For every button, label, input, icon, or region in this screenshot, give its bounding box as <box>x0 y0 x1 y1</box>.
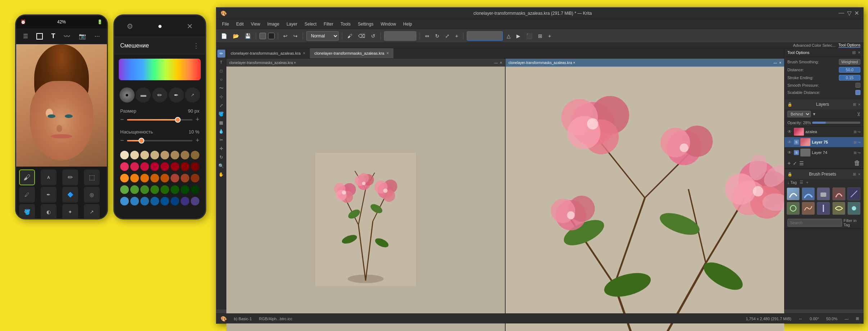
tool-options-tab[interactable]: Tool Options <box>838 43 860 48</box>
swatch-g5[interactable] <box>161 185 169 194</box>
layers-close-icon[interactable]: × <box>858 102 860 107</box>
brush-type-spray[interactable]: ↗ <box>185 87 200 103</box>
swatch-6[interactable] <box>171 151 179 159</box>
tool-freehand[interactable]: 〜 <box>217 84 225 92</box>
phone1-tool-text[interactable]: T <box>51 32 55 40</box>
preset-5[interactable] <box>847 187 860 200</box>
minimize-icon[interactable]: — <box>838 10 844 17</box>
tool-eyedrop[interactable]: 💧 <box>217 127 225 135</box>
toolbar-size-fn[interactable]: ▶ <box>515 32 522 40</box>
swatch-g3[interactable] <box>140 185 149 194</box>
opacity-input[interactable]: Opacity: 100% <box>384 31 416 41</box>
toolbar-save[interactable]: 💾 <box>243 32 253 40</box>
brush-item-11[interactable]: ✦ <box>62 204 78 219</box>
toolbar-mirror[interactable]: ⇔ <box>423 32 431 40</box>
layer-action-1[interactable]: ⊞ <box>854 130 856 134</box>
size-minus-btn[interactable]: − <box>120 116 124 123</box>
tool-zoom[interactable]: 🔍 <box>217 162 225 170</box>
toolbar-size-up[interactable]: △ <box>505 32 512 40</box>
preset-8[interactable] <box>817 202 830 215</box>
phone1-tool-square[interactable] <box>36 33 43 40</box>
swatch-g1[interactable] <box>120 185 129 194</box>
tool-options-tab-label[interactable]: Tool Options <box>787 50 809 55</box>
preset-3[interactable] <box>817 187 830 200</box>
swatch-g6[interactable] <box>171 185 179 194</box>
swatch-b1[interactable] <box>120 197 129 205</box>
brush-type-round[interactable]: ● <box>119 87 135 103</box>
tool-select[interactable]: ⊹ <box>217 93 225 101</box>
swatch-r8[interactable] <box>191 162 199 171</box>
preset-7[interactable] <box>802 202 815 215</box>
swatch-r7[interactable] <box>181 162 189 171</box>
layer-action-4[interactable]: ↪ <box>858 140 860 144</box>
brush-item-8[interactable]: ◎ <box>84 187 100 203</box>
brush-type-pencil[interactable]: ✏ <box>152 87 167 103</box>
doc-tab-2[interactable]: clonelayer-transformmasks_azaleas.kra × <box>310 48 393 58</box>
swatch-r2[interactable] <box>130 162 139 171</box>
preset-6[interactable] <box>787 202 800 215</box>
opacity-track[interactable] <box>812 122 860 124</box>
menu-window[interactable]: Window <box>378 21 399 27</box>
swatch-b6[interactable] <box>171 197 179 205</box>
doc-tab-1[interactable]: clonelayer-transformmasks_azaleas.kra × <box>226 48 310 58</box>
toolbar-reset[interactable]: ↺ <box>369 32 377 40</box>
scalable-distance-checkbox[interactable] <box>855 90 860 95</box>
advanced-color-tab[interactable]: Advanced Color Selec... <box>793 43 836 47</box>
swatch-o1[interactable] <box>120 174 129 182</box>
color-gradient-bar[interactable] <box>119 59 201 80</box>
brush-item-4[interactable]: ⬚ <box>84 169 100 185</box>
tag-label[interactable]: ↓ Tag <box>787 180 797 185</box>
phone2-icon-cancel[interactable]: ✕ <box>187 22 193 31</box>
swatch-r5[interactable] <box>161 162 169 171</box>
sat-plus-btn[interactable]: + <box>195 137 199 144</box>
layer-row-74[interactable]: 👁 S Layer 74 ⊞ ↪ <box>785 148 863 158</box>
tool-brush[interactable]: ✏ <box>217 50 225 58</box>
tool-rect[interactable]: □ <box>217 67 225 75</box>
swatch-o8[interactable] <box>191 174 199 182</box>
toolbar-fgcolor[interactable] <box>259 33 266 39</box>
tool-text[interactable]: T <box>217 58 225 66</box>
tool-transform[interactable]: ⤢ <box>217 101 225 109</box>
swatch-b5[interactable] <box>161 197 169 205</box>
brush-item-10[interactable]: ◐ <box>41 204 56 219</box>
menu-image[interactable]: Image <box>265 21 282 27</box>
close-icon[interactable]: ✕ <box>854 10 859 17</box>
brush-item-6[interactable]: ✒ <box>41 187 56 203</box>
tool-rotate[interactable]: ↻ <box>217 153 225 161</box>
phone1-tool-camera[interactable]: 📷 <box>79 33 86 40</box>
brush-item-7[interactable]: 🔷 <box>62 187 78 203</box>
toolbar-warp[interactable]: ⤢ <box>443 32 451 40</box>
menu-view[interactable]: View <box>248 21 263 27</box>
layer-action-6[interactable]: ↪ <box>858 151 860 155</box>
swatch-b8[interactable] <box>191 197 199 205</box>
phone1-tool-menu[interactable]: ☰ <box>23 33 28 40</box>
swatch-b4[interactable] <box>150 197 159 205</box>
tool-pan[interactable]: ✋ <box>217 171 225 178</box>
tag-filter-icon[interactable]: ☰ <box>800 180 803 185</box>
preset-2[interactable] <box>802 187 815 200</box>
toolbar-new[interactable]: 📄 <box>219 32 229 40</box>
layer-action-3[interactable]: ⊞ <box>854 140 856 144</box>
swatch-r6[interactable] <box>171 162 179 171</box>
phone2-more-icon[interactable]: ⋮ <box>193 42 199 50</box>
doc-tab-1-close[interactable]: × <box>303 51 305 56</box>
menu-layer[interactable]: Layer <box>284 21 300 27</box>
brush-item-9[interactable]: 🪣 <box>19 204 35 219</box>
layers-float-icon[interactable]: ⊞ <box>853 102 856 107</box>
size-plus-btn[interactable]: + <box>195 116 199 123</box>
swatch-r4[interactable] <box>150 162 159 171</box>
swatch-g2[interactable] <box>130 185 139 194</box>
tool-move[interactable]: ✛ <box>217 145 225 153</box>
stroke-ending-value[interactable]: 0.15 <box>839 75 860 81</box>
phone2-icon-circle[interactable]: ● <box>158 22 162 30</box>
panel-float-icon[interactable]: ⊞ <box>852 50 856 55</box>
swatch-o5[interactable] <box>161 174 169 182</box>
layer-action-5[interactable]: ⊞ <box>854 151 856 155</box>
brush-smoothing-value[interactable]: Weighted <box>839 59 860 65</box>
layer-row-azalea[interactable]: 👁 azalea ⊞ ↪ <box>785 127 863 137</box>
toolbar-open[interactable]: 📂 <box>231 32 241 40</box>
tool-gradient[interactable]: ▦ <box>217 119 225 127</box>
toolbar-undo[interactable]: ↩ <box>281 32 289 40</box>
swatch-5[interactable] <box>161 151 169 159</box>
swatch-7[interactable] <box>181 151 189 159</box>
